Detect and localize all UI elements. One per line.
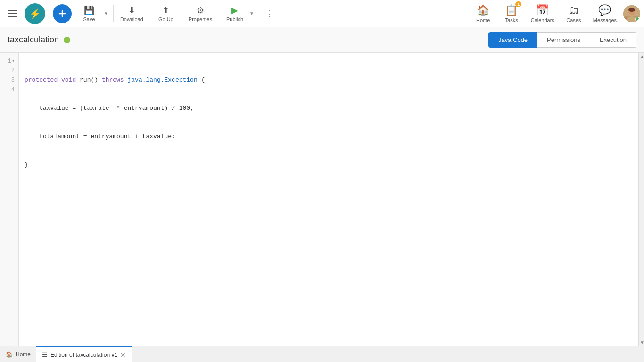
separator-3: [182, 5, 182, 22]
separator-2: [150, 5, 150, 22]
editor-area[interactable]: 1▾ 2 3 4 protected void run() throws jav…: [0, 53, 638, 346]
save-dropdown-arrow[interactable]: ▼: [103, 11, 109, 16]
logo-button[interactable]: ⚡: [25, 3, 45, 24]
line-number-3: 3: [0, 75, 18, 85]
plus-icon: [58, 9, 67, 18]
scroll-down-arrow[interactable]: ▼: [639, 339, 644, 346]
toolbar-right: 🏠 Home 📋 1 Tasks 📅 Calendars 🗂 Cases 💬 M…: [471, 2, 640, 25]
goup-button[interactable]: ⬆ Go Up: [154, 1, 178, 26]
page-title-area: taxcalculation: [8, 35, 70, 45]
code-editor: 1▾ 2 3 4 protected void run() throws jav…: [0, 53, 638, 346]
tasks-nav-label: Tasks: [505, 17, 518, 23]
publish-icon: ▶: [231, 5, 238, 16]
cases-nav-button[interactable]: 🗂 Cases: [561, 2, 586, 25]
svg-point-3: [628, 8, 635, 12]
edition-tab-icon: ☰: [42, 351, 48, 358]
separator-5: [259, 5, 259, 22]
download-button[interactable]: ⬇ Download: [117, 1, 146, 26]
tasks-nav-button[interactable]: 📋 1 Tasks: [499, 2, 524, 25]
hamburger-button[interactable]: [4, 5, 21, 22]
properties-icon: ⚙: [197, 5, 204, 16]
save-button[interactable]: 💾 Save: [77, 1, 101, 26]
home-icon: 🏠: [477, 4, 489, 16]
bottom-tabbar: 🏠 Home ☰ Edition of taxcalculation v1 ✕: [0, 346, 644, 362]
home-nav-button[interactable]: 🏠 Home: [471, 2, 496, 25]
code-line-1: protected void run() throws java.lang.Ex…: [25, 75, 633, 85]
download-icon: ⬇: [128, 5, 135, 16]
add-button[interactable]: [53, 4, 72, 23]
line-numbers: 1▾ 2 3 4: [0, 53, 19, 346]
toolbar-left: ⚡ 💾 Save ▼ ⬇ Download ⬆ Go Up ⚙ Properti…: [4, 1, 471, 26]
calendars-nav-button[interactable]: 📅 Calendars: [527, 2, 558, 25]
scroll-track: [639, 60, 644, 339]
home-nav-label: Home: [476, 17, 490, 23]
collapse-arrow-1[interactable]: ▾: [12, 57, 15, 66]
cases-nav-label: Cases: [566, 17, 581, 23]
save-label: Save: [83, 16, 95, 22]
code-content[interactable]: protected void run() throws java.lang.Ex…: [19, 53, 638, 346]
publish-button[interactable]: ▶ Publish: [223, 1, 247, 26]
tasks-icon: 📋 1: [505, 4, 518, 16]
save-icon: 💾: [84, 5, 94, 16]
separator-4: [219, 5, 219, 22]
bottom-tab-home[interactable]: 🏠 Home: [0, 346, 36, 362]
main-content: taxcalculation Java Code Permissions Exe…: [0, 27, 644, 362]
calendars-nav-label: Calendars: [531, 17, 554, 23]
publish-label: Publish: [226, 16, 243, 22]
separator-1: [113, 5, 114, 22]
page-header: taxcalculation Java Code Permissions Exe…: [0, 27, 644, 53]
download-label: Download: [120, 16, 143, 22]
scroll-up-arrow[interactable]: ▲: [639, 53, 644, 60]
cases-icon: 🗂: [569, 4, 579, 16]
tasks-badge: 1: [515, 1, 521, 7]
code-line-4: }: [25, 160, 633, 170]
properties-label: Properties: [189, 16, 212, 22]
code-line-2: taxvalue = (taxrate * entryamount) / 100…: [25, 104, 633, 113]
edition-tab-close[interactable]: ✕: [120, 352, 126, 358]
publish-dropdown-arrow[interactable]: ▼: [248, 11, 255, 16]
online-indicator: [635, 17, 640, 22]
messages-nav-label: Messages: [593, 17, 617, 23]
calendars-icon: 📅: [536, 4, 549, 16]
code-line-3: totalamount = entryamount + taxvalue;: [25, 132, 633, 141]
main-toolbar: ⚡ 💾 Save ▼ ⬇ Download ⬆ Go Up ⚙ Properti…: [0, 0, 644, 27]
messages-icon: 💬: [598, 4, 611, 16]
user-avatar[interactable]: [623, 5, 640, 22]
messages-nav-button[interactable]: 💬 Messages: [589, 2, 620, 25]
more-button[interactable]: ⋮: [263, 7, 275, 21]
tab-execution[interactable]: Execution: [590, 32, 636, 48]
bottom-tab-edition[interactable]: ☰ Edition of taxcalculation v1 ✕: [36, 346, 132, 362]
tab-java-code[interactable]: Java Code: [488, 32, 537, 48]
goup-icon: ⬆: [162, 5, 169, 16]
hamburger-icon: [8, 10, 17, 17]
status-dot: [64, 37, 70, 43]
line-number-2: 2: [0, 66, 18, 75]
editor-wrapper: 1▾ 2 3 4 protected void run() throws jav…: [0, 53, 644, 346]
properties-button[interactable]: ⚙ Properties: [186, 1, 215, 26]
home-tab-label: Home: [16, 351, 31, 358]
edition-tab-label: Edition of taxcalculation v1: [50, 352, 117, 358]
logo-icon: ⚡: [29, 8, 41, 19]
right-scrollbar[interactable]: ▲ ▼: [638, 53, 644, 346]
tab-buttons: Java Code Permissions Execution: [488, 32, 636, 48]
tab-permissions[interactable]: Permissions: [537, 32, 590, 48]
page-title: taxcalculation: [8, 35, 59, 45]
line-number-1: 1▾: [0, 57, 18, 66]
goup-label: Go Up: [158, 16, 173, 22]
line-number-4: 4: [0, 85, 18, 94]
home-tab-icon: 🏠: [6, 351, 13, 358]
